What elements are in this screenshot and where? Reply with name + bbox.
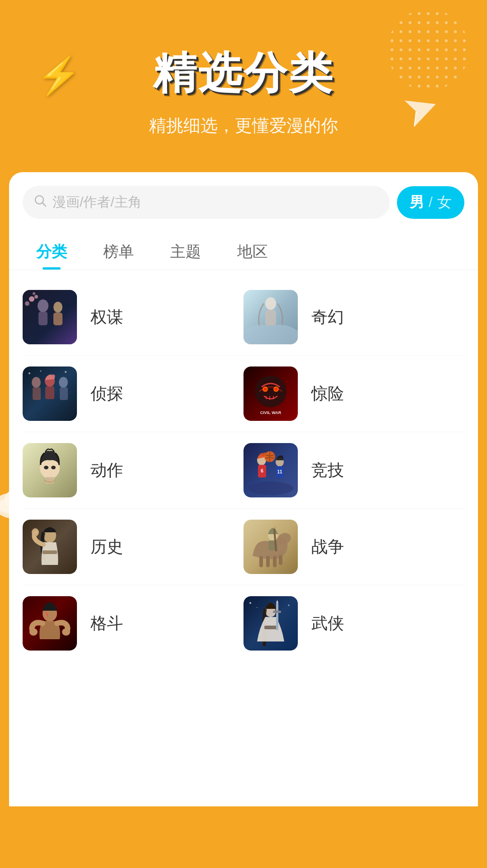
category-item-qihuan[interactable]: 奇幻 xyxy=(244,290,464,344)
tab-diqu[interactable]: 地区 xyxy=(219,232,286,270)
thumb-jingji: 6 11 xyxy=(244,443,298,497)
svg-rect-62 xyxy=(266,556,270,567)
category-name-quanmou: 权谋 xyxy=(91,306,123,328)
search-area: 漫画/作者/主角 男 / 女 xyxy=(9,172,478,228)
svg-point-14 xyxy=(34,295,38,299)
svg-point-77 xyxy=(257,607,258,608)
svg-rect-64 xyxy=(279,555,282,565)
svg-point-13 xyxy=(29,296,34,302)
category-item-gedou[interactable]: 格斗 xyxy=(23,596,244,651)
thumb-lishi xyxy=(23,520,77,574)
svg-rect-61 xyxy=(259,556,263,567)
category-name-jingji: 竞技 xyxy=(311,459,344,482)
category-item-jingxian[interactable]: CIVIL WAR 惊险 xyxy=(244,366,464,421)
category-name-jingxian: 惊险 xyxy=(311,383,344,405)
svg-text:11: 11 xyxy=(277,469,282,474)
category-item-lishi[interactable]: 历史 xyxy=(23,520,244,574)
svg-rect-19 xyxy=(265,310,276,326)
svg-point-46 xyxy=(248,482,293,495)
category-row-3: 动作 xyxy=(23,432,464,509)
category-item-zhanzheng[interactable]: 战争 xyxy=(244,520,464,574)
category-item-dongzuo[interactable]: 动作 xyxy=(23,443,244,497)
svg-rect-44 xyxy=(45,477,54,484)
svg-line-7 xyxy=(43,203,46,206)
svg-rect-57 xyxy=(43,550,57,554)
svg-point-76 xyxy=(288,605,290,606)
thumb-zhanzheng xyxy=(244,520,298,574)
male-label: 男 xyxy=(410,193,424,212)
category-row-5: 格斗 xyxy=(23,585,464,661)
svg-rect-22 xyxy=(33,387,41,400)
category-name-zhanzheng: 战争 xyxy=(311,536,344,558)
svg-point-28 xyxy=(40,371,42,372)
page-subtitle: 精挑细选，更懂爱漫的你 xyxy=(149,114,338,137)
svg-point-58 xyxy=(32,528,39,536)
category-row-2: 侦探 xyxy=(23,356,464,432)
svg-point-15 xyxy=(25,301,29,306)
page-title: 精选分类 xyxy=(153,44,334,103)
category-list: 权谋 xyxy=(9,270,478,670)
svg-point-9 xyxy=(38,299,48,312)
thumb-qihuan xyxy=(244,290,298,344)
svg-rect-63 xyxy=(273,556,277,567)
thumb-jingxian: CIVIL WAR xyxy=(244,366,298,421)
thumb-zhentai xyxy=(23,366,77,421)
lightning-icon: ⚡ xyxy=(36,54,81,97)
nav-tabs: 分类 榜单 主题 地区 xyxy=(9,228,478,270)
svg-point-29 xyxy=(65,371,67,373)
category-row-4: 历史 xyxy=(23,509,464,585)
search-icon xyxy=(33,194,47,211)
svg-point-35 xyxy=(275,388,277,391)
header-banner: ⚡ 精选分类 精挑细选，更懂爱漫的你 xyxy=(0,0,487,172)
svg-point-75 xyxy=(249,602,251,604)
svg-point-34 xyxy=(264,388,267,391)
gender-divider: / xyxy=(429,194,433,211)
svg-text:CIVIL WAR: CIVIL WAR xyxy=(260,410,282,415)
category-item-zhentai[interactable]: 侦探 xyxy=(23,366,244,421)
svg-rect-24 xyxy=(45,386,54,399)
svg-rect-79 xyxy=(264,626,277,629)
category-item-quanmou[interactable]: 权谋 xyxy=(23,290,244,344)
search-box[interactable]: 漫画/作者/主角 xyxy=(23,186,390,219)
tab-zhuti[interactable]: 主题 xyxy=(152,232,219,270)
svg-text:6: 6 xyxy=(261,468,263,473)
gender-toggle-button[interactable]: 男 / 女 xyxy=(397,186,464,219)
main-card: 漫画/作者/主角 男 / 女 分类 榜单 主题 地区 xyxy=(9,172,478,806)
svg-rect-10 xyxy=(38,312,48,325)
tab-bangdan[interactable]: 榜单 xyxy=(85,232,152,270)
svg-point-73 xyxy=(62,628,70,636)
svg-marker-0 xyxy=(405,92,440,126)
category-name-qihuan: 奇幻 xyxy=(311,306,344,328)
category-name-gedou: 格斗 xyxy=(91,612,123,635)
svg-point-16 xyxy=(33,292,35,295)
svg-point-27 xyxy=(29,372,30,374)
category-item-wuxia[interactable]: 武侠 xyxy=(244,596,464,651)
svg-point-42 xyxy=(44,466,48,469)
dots-decoration xyxy=(387,9,469,91)
category-name-zhentai: 侦探 xyxy=(91,383,123,405)
category-name-wuxia: 武侠 xyxy=(311,612,344,635)
svg-rect-81 xyxy=(273,611,281,613)
category-name-dongzuo: 动作 xyxy=(91,459,123,482)
svg-rect-26 xyxy=(60,387,68,400)
paper-plane-icon xyxy=(399,86,448,138)
thumb-dongzuo xyxy=(23,443,77,497)
category-name-lishi: 历史 xyxy=(91,536,123,558)
thumb-gedou xyxy=(23,596,77,651)
svg-point-43 xyxy=(51,466,56,469)
svg-point-21 xyxy=(32,377,41,388)
thumb-quanmou xyxy=(23,290,77,344)
svg-point-72 xyxy=(29,628,38,636)
tab-fenlei[interactable]: 分类 xyxy=(18,232,85,270)
svg-point-18 xyxy=(265,297,276,310)
category-item-jingji[interactable]: 6 11 竞技 xyxy=(244,443,464,497)
svg-point-11 xyxy=(53,302,62,313)
svg-point-25 xyxy=(59,377,68,388)
svg-rect-12 xyxy=(53,313,62,325)
thumb-wuxia xyxy=(244,596,298,651)
svg-rect-80 xyxy=(276,603,278,630)
female-label: 女 xyxy=(437,193,452,212)
search-placeholder: 漫画/作者/主角 xyxy=(53,193,142,212)
category-row-1: 权谋 xyxy=(23,279,464,356)
